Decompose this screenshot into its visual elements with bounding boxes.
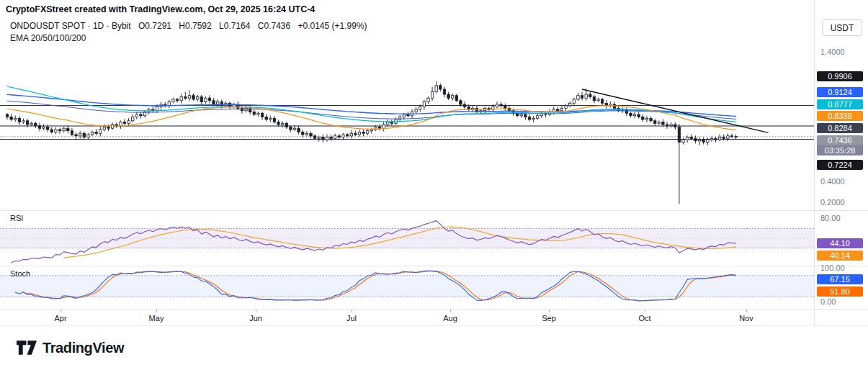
time-axis-tick bbox=[746, 310, 747, 312]
price-axis-badge: 0.9124 bbox=[817, 87, 863, 97]
ohlc-high: H0.7592 bbox=[179, 21, 211, 31]
price-axis-badge: 40.14 bbox=[817, 251, 863, 261]
time-axis-label-sep: Sep bbox=[542, 314, 556, 322]
ohlc-low: L0.7164 bbox=[219, 21, 250, 31]
time-axis-separator bbox=[0, 309, 868, 310]
price-axis-badge: 0.8338 bbox=[817, 111, 863, 121]
stoch-pane-label[interactable]: Stoch bbox=[10, 269, 30, 278]
axis-scale-label: 0.4000 bbox=[820, 177, 845, 186]
time-axis-label-apr: Apr bbox=[54, 314, 66, 322]
price-axis[interactable]: USDT 1.40000.40000.200080.00100.000.000.… bbox=[815, 0, 868, 325]
ohlc-open: O0.7291 bbox=[138, 21, 171, 31]
axis-scale-label: 0.00 bbox=[820, 297, 836, 306]
axis-scale-label: 1.4000 bbox=[820, 48, 845, 56]
time-axis-tick bbox=[61, 310, 61, 312]
price-axis-badge: 67.15 bbox=[817, 274, 863, 284]
price-axis-badge: 0.9906 bbox=[817, 71, 863, 81]
price-axis-badge: 51.80 bbox=[817, 286, 863, 297]
chart-legend: ONDOUSDT SPOT · 1D · Bybit O0.7291 H0.75… bbox=[10, 21, 372, 43]
currency-toggle-usdt[interactable]: USDT bbox=[822, 19, 862, 36]
ema-legend[interactable]: EMA 20/50/100/200 bbox=[10, 33, 372, 43]
time-axis-label-jun: Jun bbox=[249, 314, 262, 322]
rsi-pane-label[interactable]: RSI bbox=[10, 214, 23, 222]
time-axis-label-oct: Oct bbox=[638, 314, 650, 322]
time-axis-tick bbox=[156, 310, 157, 312]
price-axis-badge: 0.743603:35:28 bbox=[817, 135, 863, 155]
axis-scale-label: 100.00 bbox=[820, 263, 845, 272]
price-axis-badge: 44.10 bbox=[817, 238, 863, 248]
price-axis-badge: 0.8777 bbox=[817, 99, 863, 109]
price-axis-badge: 0.8284 bbox=[817, 123, 863, 133]
time-axis-tick bbox=[450, 310, 451, 312]
time-axis-label-aug: Aug bbox=[443, 314, 457, 322]
stoch-pane[interactable] bbox=[0, 266, 814, 309]
tradingview-chart-widget: CryptoFXStreet created with TradingView.… bbox=[0, 0, 868, 370]
axis-scale-label: 80.00 bbox=[820, 214, 841, 222]
time-axis-label-jul: Jul bbox=[346, 314, 357, 322]
tradingview-logo-text: TradingView bbox=[42, 340, 124, 356]
time-axis-tick bbox=[352, 310, 352, 312]
time-axis-tick bbox=[645, 310, 645, 312]
widget-bottom-separator bbox=[0, 325, 868, 326]
pane-separator[interactable] bbox=[0, 266, 868, 266]
ohlc-close: C0.7436 bbox=[258, 21, 290, 31]
pane-separator[interactable] bbox=[0, 210, 868, 211]
price-axis-badge: 0.7224 bbox=[817, 160, 863, 170]
time-axis-label-nov: Nov bbox=[739, 314, 753, 322]
time-axis-tick bbox=[549, 310, 550, 312]
time-axis-tick bbox=[256, 310, 256, 312]
attribution-text: CryptoFXStreet created with TradingView.… bbox=[6, 4, 315, 14]
symbol-legend-row[interactable]: ONDOUSDT SPOT · 1D · Bybit O0.7291 H0.75… bbox=[10, 21, 372, 31]
axis-scale-label: 0.2000 bbox=[820, 198, 845, 207]
tradingview-logo-icon bbox=[16, 338, 37, 357]
tradingview-logo[interactable]: TradingView bbox=[16, 338, 124, 357]
symbol-title[interactable]: ONDOUSDT SPOT · 1D · Bybit bbox=[10, 21, 131, 31]
candle-countdown: 03:35:28 bbox=[817, 145, 863, 155]
time-axis-label-may: May bbox=[149, 314, 164, 322]
time-axis[interactable]: AprMayJunJulAugSepOctNov bbox=[0, 310, 814, 325]
rsi-pane[interactable] bbox=[0, 210, 814, 266]
price-change: +0.0145 (+1.99%) bbox=[298, 21, 367, 31]
